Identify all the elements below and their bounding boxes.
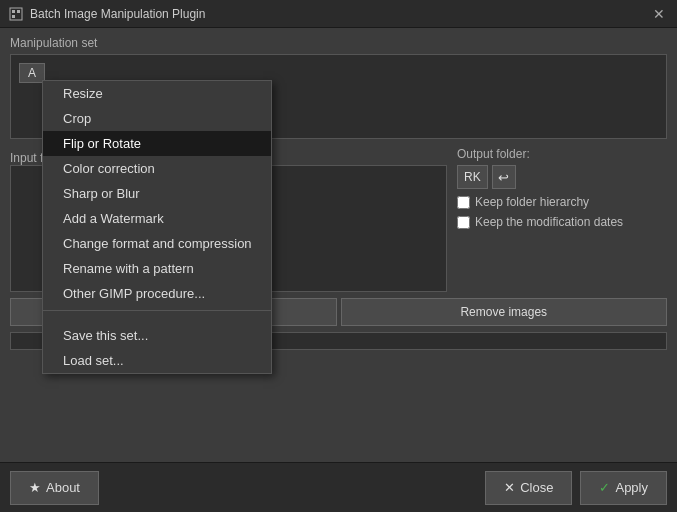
context-menu: Resize Crop Flip or Rotate Color correct… [42,80,272,374]
svg-rect-2 [17,10,20,13]
star-icon: ★ [29,480,41,495]
window-close-button[interactable]: ✕ [649,4,669,24]
menu-item-load-set[interactable]: Load set... [43,348,271,373]
footer: ★ About ✕ Close ✓ Apply [0,462,677,512]
check-icon: ✓ [599,480,610,495]
about-button[interactable]: ★ About [10,471,99,505]
output-folder-button[interactable]: RK [457,165,488,189]
close-icon: ✕ [504,480,515,495]
menu-item-watermark[interactable]: Add a Watermark [43,206,271,231]
keep-hierarchy-checkbox[interactable] [457,196,470,209]
close-label: Close [520,480,553,495]
title-bar: Batch Image Manipulation Plugin ✕ [0,0,677,28]
menu-item-resize[interactable]: Resize [43,81,271,106]
svg-rect-1 [12,10,15,13]
svg-rect-0 [10,8,22,20]
footer-left: ★ About [10,471,99,505]
right-panel: Output folder: RK ↩ Keep folder hierarch… [457,147,667,292]
app-icon [8,6,24,22]
remove-images-button[interactable]: Remove images [341,298,668,326]
menu-divider [43,310,271,311]
manipulation-set-label: Manipulation set [10,36,667,50]
keep-hierarchy-label: Keep folder hierarchy [475,195,589,209]
menu-item-rename[interactable]: Rename with a pattern [43,256,271,281]
menu-item-gimp-proc[interactable]: Other GIMP procedure... [43,281,271,306]
close-button[interactable]: ✕ Close [485,471,572,505]
svg-rect-3 [12,15,15,18]
main-content: Manipulation set A Resize Crop Flip or R… [0,28,677,426]
keep-mod-dates-label: Keep the modification dates [475,215,623,229]
menu-separator [43,315,271,323]
menu-item-crop[interactable]: Crop [43,106,271,131]
menu-item-save-set[interactable]: Save this set... [43,323,271,348]
menu-item-color-correction[interactable]: Color correction [43,156,271,181]
menu-item-flip-rotate[interactable]: Flip or Rotate [43,131,271,156]
output-folder-label: Output folder: [457,147,667,161]
footer-right: ✕ Close ✓ Apply [485,471,667,505]
output-folder-row: RK ↩ [457,165,667,189]
apply-label: Apply [615,480,648,495]
menu-item-sharp-blur[interactable]: Sharp or Blur [43,181,271,206]
undo-button[interactable]: ↩ [492,165,516,189]
apply-button[interactable]: ✓ Apply [580,471,667,505]
keep-hierarchy-row: Keep folder hierarchy [457,195,667,209]
menu-item-change-format[interactable]: Change format and compression [43,231,271,256]
window-title: Batch Image Manipulation Plugin [30,7,649,21]
about-label: About [46,480,80,495]
keep-mod-dates-checkbox[interactable] [457,216,470,229]
keep-mod-dates-row: Keep the modification dates [457,215,667,229]
